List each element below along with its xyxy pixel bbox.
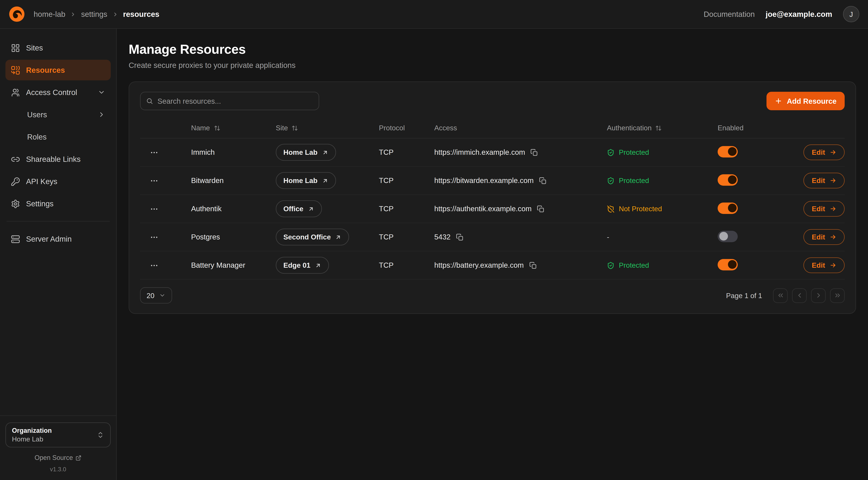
site-link-button[interactable]: Edge 01 bbox=[276, 257, 329, 274]
breadcrumb-home-lab[interactable]: home-lab bbox=[34, 10, 65, 19]
row-menu-button[interactable] bbox=[145, 257, 163, 273]
enabled-toggle[interactable] bbox=[718, 202, 738, 214]
column-header-enabled: Enabled bbox=[718, 124, 793, 132]
sidebar-item-server-admin[interactable]: Server Admin bbox=[5, 229, 111, 249]
protocol-value: TCP bbox=[379, 261, 434, 269]
sidebar-item-shareable-links[interactable]: Shareable Links bbox=[5, 149, 111, 170]
edit-button[interactable]: Edit bbox=[804, 173, 845, 188]
key-icon bbox=[11, 177, 20, 186]
organization-label: Organization bbox=[12, 427, 52, 434]
edit-button[interactable]: Edit bbox=[804, 229, 845, 245]
resource-name: Authentik bbox=[191, 205, 276, 213]
site-link-button[interactable]: Home Lab bbox=[276, 172, 336, 189]
protocol-value: TCP bbox=[379, 177, 434, 185]
copy-icon bbox=[456, 233, 464, 241]
arrow-right-icon bbox=[830, 234, 837, 241]
sidebar-item-roles[interactable]: Roles bbox=[5, 126, 111, 147]
toggle-knob bbox=[719, 232, 728, 241]
resource-name: Battery Manager bbox=[191, 261, 276, 269]
sidebar-item-api-keys[interactable]: API Keys bbox=[5, 171, 111, 192]
access-value: https://battery.example.com bbox=[434, 261, 524, 269]
enabled-toggle[interactable] bbox=[718, 146, 738, 157]
site-link-button[interactable]: Second Office bbox=[276, 229, 349, 245]
table-footer: 20 Page 1 of 1 bbox=[140, 287, 845, 303]
page-size-select[interactable]: 20 bbox=[140, 287, 172, 303]
table-row: Authentik Office TCP https://authentik.e… bbox=[140, 195, 845, 223]
sidebar-item-sites[interactable]: Sites bbox=[5, 37, 111, 58]
organization-texts: Organization Home Lab bbox=[12, 427, 52, 443]
site-link-button[interactable]: Home Lab bbox=[276, 144, 336, 161]
enabled-toggle[interactable] bbox=[718, 231, 738, 242]
shell: Sites Resources Access Control Users bbox=[0, 29, 868, 480]
copy-button[interactable] bbox=[539, 177, 547, 184]
row-menu-button[interactable] bbox=[145, 173, 163, 189]
add-resource-button[interactable]: Add Resource bbox=[767, 92, 845, 110]
protocol-value: TCP bbox=[379, 205, 434, 213]
documentation-link[interactable]: Documentation bbox=[704, 10, 755, 19]
edit-button[interactable]: Edit bbox=[804, 144, 845, 160]
sidebar-item-resources[interactable]: Resources bbox=[5, 60, 111, 80]
auth-label: Protected bbox=[619, 261, 649, 269]
auth-status: - bbox=[607, 233, 718, 241]
protocol-value: TCP bbox=[379, 148, 434, 156]
copy-icon bbox=[530, 149, 538, 156]
breadcrumb-settings[interactable]: settings bbox=[81, 10, 107, 19]
sidebar-bottom: Organization Home Lab Open Source v1.3.0 bbox=[0, 415, 116, 480]
avatar[interactable]: J bbox=[843, 6, 859, 22]
search-input[interactable] bbox=[157, 97, 313, 105]
app-logo-icon[interactable] bbox=[9, 6, 25, 22]
sidebar-item-users[interactable]: Users bbox=[5, 104, 111, 125]
resources-card: Add Resource Name Site Protocol Acce bbox=[129, 82, 856, 314]
sidebar-item-label: Resources bbox=[26, 66, 65, 74]
page-info: Page 1 of 1 bbox=[726, 291, 762, 300]
sidebar-item-settings[interactable]: Settings bbox=[5, 193, 111, 214]
first-page-button[interactable] bbox=[773, 288, 788, 303]
copy-button[interactable] bbox=[537, 205, 545, 213]
row-menu-button[interactable] bbox=[145, 201, 163, 217]
site-link-button[interactable]: Office bbox=[276, 200, 322, 217]
shield-check-icon bbox=[607, 149, 615, 156]
column-header-name[interactable]: Name bbox=[191, 124, 276, 132]
column-header-authentication[interactable]: Authentication bbox=[607, 124, 718, 132]
edit-button[interactable]: Edit bbox=[804, 201, 845, 217]
chevron-right-icon bbox=[112, 11, 118, 17]
page-subtitle: Create secure proxies to your private ap… bbox=[129, 61, 856, 69]
organization-select[interactable]: Organization Home Lab bbox=[5, 422, 111, 447]
user-email[interactable]: joe@example.com bbox=[766, 10, 832, 19]
enabled-toggle[interactable] bbox=[718, 259, 738, 270]
ellipsis-icon bbox=[150, 148, 158, 157]
shield-off-icon bbox=[607, 205, 615, 213]
copy-icon bbox=[539, 177, 547, 184]
row-menu-button[interactable] bbox=[145, 144, 163, 160]
copy-button[interactable] bbox=[529, 262, 537, 269]
edit-button[interactable]: Edit bbox=[804, 258, 845, 273]
gear-icon bbox=[11, 199, 20, 208]
auth-status: Not Protected bbox=[607, 205, 718, 213]
combine-icon bbox=[11, 65, 20, 75]
organization-value: Home Lab bbox=[12, 436, 52, 443]
app-root: home-lab settings resources Documentatio… bbox=[0, 0, 868, 480]
previous-page-button[interactable] bbox=[792, 288, 807, 303]
last-page-button[interactable] bbox=[830, 288, 845, 303]
pager-buttons bbox=[773, 288, 845, 303]
users-icon bbox=[11, 88, 20, 97]
copy-button[interactable] bbox=[530, 149, 538, 156]
column-header-site[interactable]: Site bbox=[276, 124, 379, 132]
sidebar-item-label: Roles bbox=[27, 132, 46, 141]
sidebar-item-label: Users bbox=[27, 110, 47, 119]
enabled-toggle[interactable] bbox=[718, 174, 738, 185]
link-icon bbox=[11, 155, 20, 164]
open-source-link[interactable]: Open Source bbox=[5, 454, 111, 461]
arrow-up-right-icon bbox=[315, 262, 321, 269]
row-menu-button[interactable] bbox=[145, 229, 163, 245]
chevron-down-icon bbox=[159, 292, 166, 299]
page-size-value: 20 bbox=[147, 291, 154, 300]
breadcrumb-resources[interactable]: resources bbox=[123, 10, 159, 19]
auth-label: - bbox=[607, 233, 609, 241]
sidebar-item-access-control[interactable]: Access Control bbox=[5, 82, 111, 102]
copy-button[interactable] bbox=[456, 233, 464, 241]
copy-icon bbox=[529, 262, 537, 269]
page-title: Manage Resources bbox=[129, 42, 856, 57]
next-page-button[interactable] bbox=[811, 288, 826, 303]
add-resource-label: Add Resource bbox=[787, 97, 837, 105]
